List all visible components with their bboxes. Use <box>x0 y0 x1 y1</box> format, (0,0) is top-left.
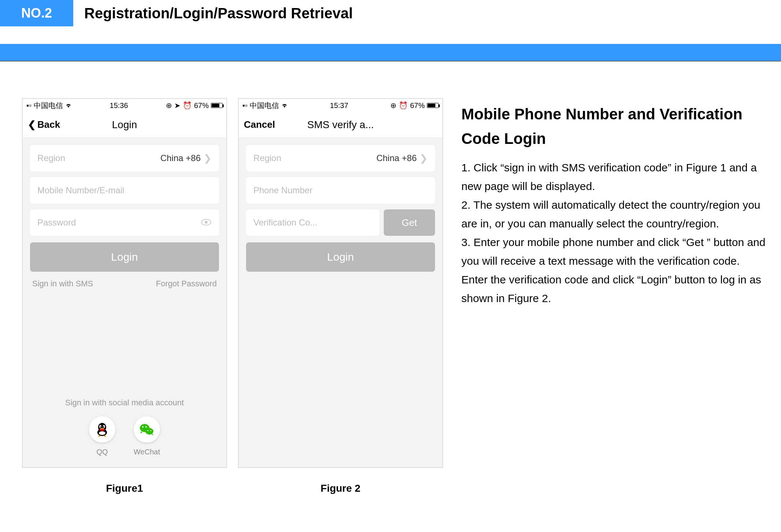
wechat-label: WeChat <box>134 448 160 456</box>
location-icon: ➤ <box>174 101 181 110</box>
svg-point-10 <box>99 429 105 431</box>
carrier-label: 中国电信 <box>34 101 63 111</box>
wechat-icon <box>134 416 160 443</box>
svg-point-4 <box>99 431 105 435</box>
svg-point-15 <box>147 430 148 431</box>
region-value: China +86 <box>376 153 417 163</box>
divider-bar <box>0 44 781 62</box>
step-1: 1. Click “sign in with SMS verification … <box>461 158 766 196</box>
svg-point-14 <box>145 426 147 428</box>
password-input[interactable]: Password <box>30 209 219 236</box>
figure2-caption: Figure 2 <box>321 483 361 494</box>
screen-title: Login <box>112 119 137 131</box>
figure1-caption: Figure1 <box>106 483 143 494</box>
secondary-links: Sign in with SMS Forgot Password <box>30 272 219 296</box>
back-button[interactable]: ❮ Back <box>28 119 60 130</box>
clock: 15:36 <box>110 101 128 110</box>
status-bar: ▪▫ 中国电信 15:37 ⊕ ⏰ 67% <box>239 99 442 112</box>
clock: 15:37 <box>330 101 348 110</box>
login-button[interactable]: Login <box>30 242 219 272</box>
mobile-email-input[interactable]: Mobile Number/E-mail <box>30 177 219 204</box>
verification-code-input[interactable]: Verification Co... <box>246 209 379 236</box>
phone-number-input[interactable]: Phone Number <box>246 177 435 204</box>
region-label: Region <box>37 153 65 163</box>
sign-in-sms-link[interactable]: Sign in with SMS <box>32 279 93 289</box>
screenshots-column: ▪▫ 中国电信 15:36 ⊕ ➤ ⏰ 67% <box>22 98 443 494</box>
section-number-badge: NO.2 <box>0 0 73 26</box>
status-bar: ▪▫ 中国电信 15:36 ⊕ ➤ ⏰ 67% <box>23 99 226 112</box>
nav-bar: ❮ Back Login <box>23 112 226 138</box>
figure1-wrap: ▪▫ 中国电信 15:36 ⊕ ➤ ⏰ 67% <box>22 98 227 494</box>
social-login-section: Sign in with social media account QQ <box>23 398 226 456</box>
orientation-lock-icon: ⊕ <box>166 101 172 110</box>
region-value: China +86 <box>160 153 201 163</box>
svg-point-1 <box>205 221 208 224</box>
qq-label: QQ <box>96 448 108 456</box>
wechat-login[interactable]: WeChat <box>134 416 160 456</box>
login-form: Region China +86 ❯ Mobile Number/E-mail … <box>23 138 226 303</box>
wifi-icon <box>65 101 72 110</box>
svg-point-7 <box>100 426 101 428</box>
instructions-body: 1. Click “sign in with SMS verification … <box>461 158 766 308</box>
region-selector[interactable]: Region China +86 ❯ <box>30 145 219 171</box>
instructions-title: Mobile Phone Number and Verification Cod… <box>461 102 766 151</box>
sms-form: Region China +86 ❯ Phone Number Verifica… <box>239 138 442 279</box>
svg-point-13 <box>142 426 144 428</box>
back-label: Back <box>37 119 60 130</box>
step-2: 2. The system will automatically detect … <box>461 196 766 233</box>
svg-point-12 <box>145 428 153 435</box>
battery-percent: 67% <box>410 101 425 110</box>
region-label: Region <box>253 153 281 163</box>
step-3: 3. Enter your mobile phone number and cl… <box>461 233 766 308</box>
code-placeholder: Verification Co... <box>253 217 317 228</box>
orientation-lock-icon: ⊕ <box>390 101 397 110</box>
show-password-icon[interactable] <box>201 217 212 228</box>
alarm-icon: ⏰ <box>399 101 408 110</box>
battery-icon <box>427 103 439 108</box>
chevron-left-icon: ❮ <box>28 119 36 130</box>
social-title: Sign in with social media account <box>23 398 226 408</box>
phone-placeholder: Phone Number <box>253 185 312 196</box>
chevron-right-icon: ❯ <box>420 153 428 164</box>
battery-percent: 67% <box>194 101 209 110</box>
login-button[interactable]: Login <box>246 242 435 272</box>
header: NO.2 Registration/Login/Password Retriev… <box>0 0 781 26</box>
svg-point-8 <box>103 426 104 428</box>
screen-title: SMS verify a... <box>307 119 374 131</box>
carrier-label: 中国电信 <box>250 101 279 111</box>
forgot-password-link[interactable]: Forgot Password <box>156 279 217 289</box>
svg-point-16 <box>150 430 151 431</box>
battery-icon <box>211 103 223 108</box>
signal-icon: ▪▫ <box>242 101 248 110</box>
wifi-icon <box>281 101 288 110</box>
mobile-placeholder: Mobile Number/E-mail <box>37 185 124 196</box>
password-placeholder: Password <box>37 217 76 228</box>
region-selector[interactable]: Region China +86 ❯ <box>246 145 435 171</box>
signal-icon: ▪▫ <box>26 101 31 110</box>
figure2-wrap: ▪▫ 中国电信 15:37 ⊕ ⏰ 67% Cance <box>238 98 443 494</box>
qq-icon <box>89 416 115 443</box>
qq-login[interactable]: QQ <box>89 416 115 456</box>
chevron-right-icon: ❯ <box>204 153 212 164</box>
get-code-button[interactable]: Get <box>384 209 435 236</box>
phone-mock-1: ▪▫ 中国电信 15:36 ⊕ ➤ ⏰ 67% <box>22 98 227 468</box>
phone-mock-2: ▪▫ 中国电信 15:37 ⊕ ⏰ 67% Cance <box>238 98 443 468</box>
alarm-icon: ⏰ <box>183 101 192 110</box>
cancel-button[interactable]: Cancel <box>244 119 275 130</box>
page-title: Registration/Login/Password Retrieval <box>84 5 353 22</box>
instructions-column: Mobile Phone Number and Verification Cod… <box>461 98 766 494</box>
content-area: ▪▫ 中国电信 15:36 ⊕ ➤ ⏰ 67% <box>0 62 781 494</box>
nav-bar: Cancel SMS verify a... <box>239 112 442 138</box>
